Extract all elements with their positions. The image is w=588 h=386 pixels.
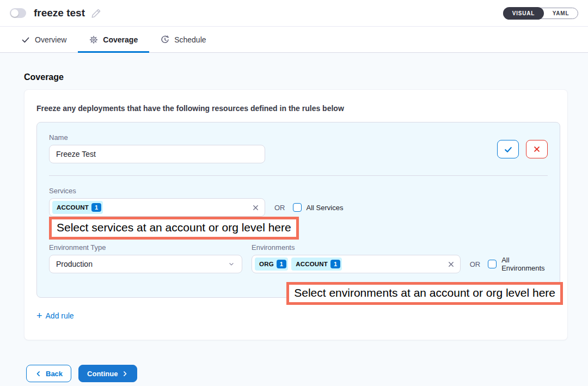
- environment-type-value: Production: [56, 260, 93, 268]
- environments-org-scope: ORG: [259, 261, 274, 267]
- rule-name-field-group: Name: [49, 133, 265, 163]
- check-icon: [21, 35, 30, 44]
- rule-action-buttons: [497, 140, 548, 158]
- name-label: Name: [49, 133, 265, 142]
- environments-annotation-callout: Select environments at an account or org…: [286, 282, 563, 305]
- services-scope-tag[interactable]: ACCOUNT 1: [52, 201, 103, 214]
- coverage-page: Coverage Freeze any deployments that hav…: [0, 53, 588, 382]
- environments-account-tag[interactable]: ACCOUNT 1: [291, 258, 342, 271]
- freeze-enabled-toggle[interactable]: [10, 8, 26, 18]
- delete-x-icon: [533, 145, 541, 153]
- environments-account-count: 1: [330, 260, 340, 268]
- continue-button-label: Continue: [87, 370, 118, 378]
- freeze-rule-card: Name Se: [36, 122, 560, 298]
- visual-mode-button[interactable]: VISUAL: [503, 7, 544, 20]
- all-environments-checkbox[interactable]: [488, 260, 497, 268]
- chevron-left-icon: [35, 370, 42, 377]
- services-row: ACCOUNT 1 OR All Services: [49, 198, 548, 217]
- all-services-checkbox[interactable]: [293, 203, 302, 212]
- coverage-section-title: Coverage: [24, 72, 568, 82]
- plus-icon: +: [36, 311, 42, 321]
- edit-title-icon[interactable]: [91, 8, 101, 19]
- environment-type-select[interactable]: Production: [49, 255, 242, 273]
- confirm-check-icon: [504, 145, 513, 154]
- environments-org-count: 1: [277, 260, 286, 268]
- back-button-label: Back: [46, 370, 63, 378]
- tab-overview-label: Overview: [35, 35, 66, 44]
- tab-overview[interactable]: Overview: [10, 27, 78, 52]
- view-mode-toggle: VISUAL YAML: [503, 8, 578, 19]
- wizard-footer: Back Continue: [26, 365, 568, 382]
- services-tag-scope: ACCOUNT: [57, 204, 89, 211]
- schedule-clock-icon: [161, 35, 169, 44]
- tab-coverage-label: Coverage: [103, 35, 138, 44]
- services-or-label: OR: [274, 204, 285, 212]
- environment-row: Environment Type Production Environments…: [49, 243, 548, 273]
- all-environments-label[interactable]: All Environments: [501, 256, 553, 272]
- services-clear-icon[interactable]: [252, 204, 259, 211]
- coverage-card: Freeze any deployments that have the fol…: [24, 89, 568, 340]
- rule-divider: [49, 175, 548, 176]
- environments-field-group: Environments ORG 1 ACCOUNT 1: [252, 243, 553, 273]
- environments-org-tag[interactable]: ORG 1: [255, 258, 288, 271]
- toggle-knob: [11, 9, 19, 17]
- services-label: Services: [49, 187, 548, 195]
- confirm-rule-button[interactable]: [497, 140, 519, 158]
- environments-or-label: OR: [470, 260, 481, 268]
- add-rule-button[interactable]: + Add rule: [36, 311, 74, 321]
- services-multiselect[interactable]: ACCOUNT 1: [49, 198, 265, 217]
- freeze-header: freeze test VISUAL YAML: [0, 0, 588, 27]
- tab-coverage[interactable]: Coverage: [78, 27, 149, 52]
- yaml-mode-button[interactable]: YAML: [544, 8, 578, 19]
- environments-label: Environments: [252, 243, 553, 252]
- services-tag-count: 1: [91, 203, 101, 212]
- services-annotation-callout: Select services at an account or org lev…: [49, 217, 299, 240]
- freeze-tab-bar: Overview Coverage Schedule: [0, 27, 588, 53]
- environments-account-scope: ACCOUNT: [296, 261, 328, 267]
- chevron-down-icon: [228, 260, 235, 268]
- environments-clear-icon[interactable]: [448, 261, 455, 268]
- environment-type-label: Environment Type: [49, 243, 242, 252]
- all-services-label[interactable]: All Services: [307, 204, 344, 212]
- chevron-right-icon: [121, 370, 128, 377]
- rule-name-input[interactable]: [49, 145, 265, 163]
- delete-rule-button[interactable]: [526, 140, 548, 158]
- rule-name-row: Name: [49, 133, 548, 163]
- back-button[interactable]: Back: [26, 365, 71, 382]
- environments-row-inner: ORG 1 ACCOUNT 1 OR: [252, 255, 553, 273]
- gear-icon: [89, 35, 98, 44]
- coverage-description: Freeze any deployments that have the fol…: [36, 104, 560, 122]
- tab-schedule-label: Schedule: [174, 35, 206, 44]
- continue-button[interactable]: Continue: [78, 365, 137, 382]
- freeze-title: freeze test: [34, 7, 85, 19]
- tab-schedule[interactable]: Schedule: [149, 27, 217, 52]
- environment-type-field-group: Environment Type Production: [49, 243, 242, 273]
- environments-multiselect[interactable]: ORG 1 ACCOUNT 1: [252, 255, 461, 273]
- add-rule-label: Add rule: [46, 311, 74, 320]
